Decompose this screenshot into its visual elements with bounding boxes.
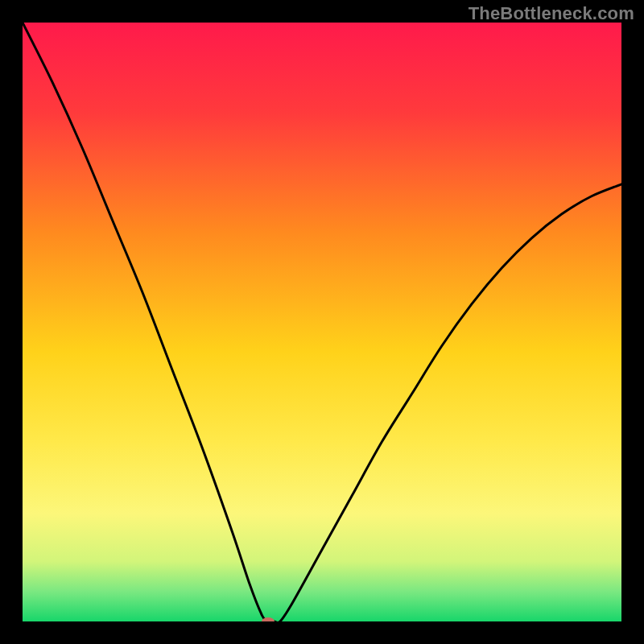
- bottleneck-chart: [23, 23, 621, 621]
- watermark-text: TheBottleneck.com: [469, 3, 634, 24]
- plot-area: [23, 23, 621, 621]
- gradient-background: [23, 23, 621, 621]
- chart-frame: TheBottleneck.com: [0, 0, 644, 644]
